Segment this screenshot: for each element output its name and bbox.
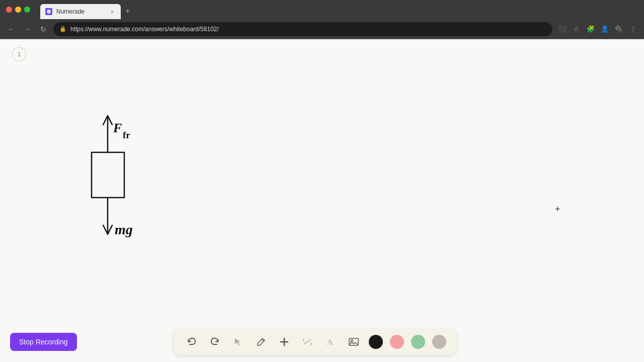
line-tool-button[interactable] [299, 334, 315, 350]
svg-text:mg: mg [115, 222, 133, 237]
profile-icon[interactable]: 👤 [599, 23, 611, 35]
pen-tool-button[interactable] [253, 334, 269, 350]
tabs-area: Numerade × + [40, 0, 638, 19]
forward-button[interactable]: → [21, 23, 33, 35]
active-tab[interactable]: Numerade × [40, 4, 121, 19]
image-tool-button[interactable] [346, 334, 362, 350]
browser-window: Numerade × + ← → ↻ 🔒 https://www.numerad… [0, 0, 644, 362]
profile2-icon[interactable]: 🔌 [613, 23, 625, 35]
svg-point-0 [47, 10, 51, 14]
svg-text:F: F [113, 121, 122, 135]
maximize-button[interactable] [24, 7, 30, 13]
extensions-icon[interactable]: 🧩 [585, 23, 597, 35]
close-button[interactable] [6, 7, 12, 13]
tab-close-button[interactable]: × [109, 8, 116, 15]
color-pink-button[interactable] [390, 335, 404, 349]
svg-rect-1 [92, 152, 124, 198]
drawing-toolbar: A [174, 329, 456, 355]
bookmark-icon[interactable]: ☆ [571, 23, 583, 35]
nav-right-buttons: ⬛ ☆ 🧩 👤 🔌 ⋮ [556, 23, 639, 35]
address-bar[interactable]: 🔒 https://www.numerade.com/answers/white… [53, 22, 552, 36]
lock-icon: 🔒 [59, 26, 66, 32]
title-bar: Numerade × + [0, 0, 644, 19]
cursor-crosshair: + [555, 204, 560, 215]
color-mint-button[interactable] [411, 335, 425, 349]
svg-rect-14 [349, 338, 358, 345]
stop-recording-button[interactable]: Stop Recording [10, 333, 77, 351]
color-gray-button[interactable] [432, 335, 446, 349]
svg-line-10 [304, 340, 310, 344]
add-shape-button[interactable] [276, 334, 292, 350]
whiteboard-drawing: F fr mg [0, 39, 644, 362]
new-tab-button[interactable]: + [121, 4, 135, 18]
back-button[interactable]: ← [5, 23, 17, 35]
screen-record-icon[interactable]: ⬛ [556, 23, 569, 35]
select-tool-button[interactable] [230, 334, 246, 350]
svg-line-7 [262, 339, 264, 341]
color-black-button[interactable] [369, 335, 383, 349]
minimize-button[interactable] [15, 7, 21, 13]
page-indicator: 1 [12, 47, 26, 61]
svg-text:A: A [327, 338, 333, 346]
url-text: https://www.numerade.com/answers/whitebo… [70, 26, 219, 33]
refresh-button[interactable]: ↻ [37, 23, 49, 35]
redo-button[interactable] [207, 334, 223, 350]
tab-favicon [45, 8, 52, 15]
menu-icon[interactable]: ⋮ [627, 23, 639, 35]
traffic-lights [6, 7, 30, 13]
text-tool-button[interactable]: A [323, 334, 339, 350]
nav-bar: ← → ↻ 🔒 https://www.numerade.com/answers… [0, 19, 644, 39]
whiteboard-area[interactable]: 1 + F fr mg [0, 39, 644, 362]
tab-title: Numerade [56, 8, 85, 15]
svg-point-15 [351, 340, 353, 342]
svg-text:fr: fr [123, 130, 130, 140]
undo-button[interactable] [184, 334, 200, 350]
bottom-toolbar-area: Stop Recording [0, 322, 644, 362]
